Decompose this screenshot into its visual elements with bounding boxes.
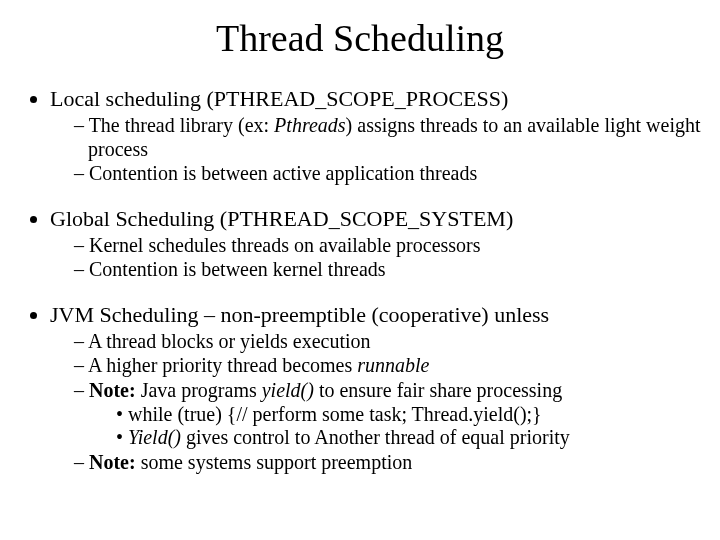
sub-item: A higher priority thread becomes runnabl…: [74, 354, 702, 378]
text: to ensure fair share processing: [319, 379, 562, 401]
slide: Thread Scheduling Local scheduling (PTHR…: [0, 0, 720, 540]
text: gives control to Another thread of equal…: [181, 426, 570, 448]
sub-item: Contention is between active application…: [74, 162, 702, 186]
bullet-local-scheduling: Local scheduling (PTHREAD_SCOPE_PROCESS)…: [50, 86, 702, 186]
text: The thread library (ex:: [89, 114, 274, 136]
sub-list: The thread library (ex: Pthreads) assign…: [74, 114, 702, 186]
bold-text: Note:: [89, 451, 141, 473]
sub-item: Contention is between kernel threads: [74, 258, 702, 282]
slide-title: Thread Scheduling: [18, 16, 702, 60]
text: Java programs: [141, 379, 262, 401]
sub-sub-list: while (true) {// perform some task; Thre…: [116, 403, 702, 450]
italic-text: Yield(): [128, 426, 181, 448]
sub-list: Kernel schedules threads on available pr…: [74, 234, 702, 282]
sub-sub-item: Yield() gives control to Another thread …: [116, 426, 702, 450]
bullet-text: Local scheduling (PTHREAD_SCOPE_PROCESS): [50, 86, 508, 111]
text: some systems support preemption: [141, 451, 413, 473]
bold-text: Note:: [89, 379, 141, 401]
sub-item: Note: some systems support preemption: [74, 451, 702, 475]
text: Contention is between kernel threads: [89, 258, 386, 280]
italic-text: Pthreads: [274, 114, 345, 136]
text: while (true) {// perform some task; Thre…: [128, 403, 542, 425]
italic-text: runnable: [357, 354, 429, 376]
sub-item: The thread library (ex: Pthreads) assign…: [74, 114, 702, 161]
sub-item: Kernel schedules threads on available pr…: [74, 234, 702, 258]
bullet-text: JVM Scheduling – non-preemptible (cooper…: [50, 302, 549, 327]
sub-sub-item: while (true) {// perform some task; Thre…: [116, 403, 702, 427]
sub-list: A thread blocks or yields execution A hi…: [74, 330, 702, 475]
text: A higher priority thread becomes: [88, 354, 357, 376]
bullet-jvm-scheduling: JVM Scheduling – non-preemptible (cooper…: [50, 302, 702, 475]
text: A thread blocks or yields execution: [88, 330, 371, 352]
bullet-text: Global Scheduling (PTHREAD_SCOPE_SYSTEM): [50, 206, 513, 231]
bullet-global-scheduling: Global Scheduling (PTHREAD_SCOPE_SYSTEM)…: [50, 206, 702, 282]
text: Kernel schedules threads on available pr…: [89, 234, 481, 256]
italic-text: yield(): [262, 379, 319, 401]
sub-item: Note: Java programs yield() to ensure fa…: [74, 379, 702, 450]
text: Contention is between active application…: [89, 162, 477, 184]
sub-item: A thread blocks or yields execution: [74, 330, 702, 354]
bullet-list: Local scheduling (PTHREAD_SCOPE_PROCESS)…: [30, 86, 702, 474]
